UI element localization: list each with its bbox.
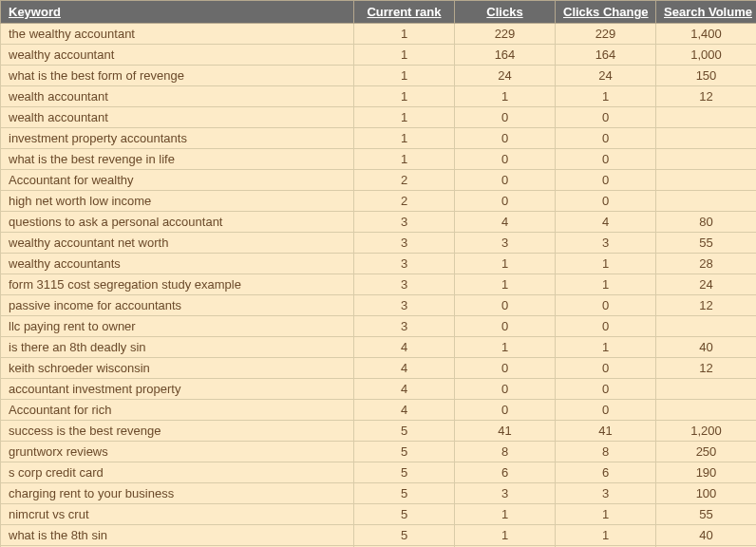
keyword-table: Keyword Current rank Clicks Clicks Chang…	[0, 0, 756, 547]
clicks-cell: 0	[455, 107, 556, 128]
change-cell: 1	[556, 525, 656, 546]
volume-cell	[656, 191, 757, 212]
volume-cell: 1,200	[656, 421, 757, 442]
change-cell: 0	[556, 400, 656, 421]
clicks-cell: 0	[455, 358, 556, 379]
table-row: questions to ask a personal accountant34…	[1, 212, 757, 233]
keyword-cell: passive income for accountants	[1, 295, 354, 316]
change-cell: 0	[556, 191, 656, 212]
volume-cell: 190	[656, 462, 757, 483]
keyword-cell: wealthy accountants	[1, 254, 354, 274]
clicks-cell: 0	[455, 128, 556, 149]
keyword-cell: wealthy accountant net worth	[1, 233, 354, 254]
keyword-cell: questions to ask a personal accountant	[1, 212, 354, 233]
keyword-cell: is there an 8th deadly sin	[1, 337, 354, 358]
rank-cell: 4	[354, 337, 455, 358]
rank-cell: 4	[354, 379, 455, 400]
rank-cell: 3	[354, 254, 455, 274]
clicks-cell: 41	[455, 421, 556, 442]
table-row: investment property accountants100	[1, 128, 757, 149]
volume-cell: 55	[656, 233, 757, 254]
clicks-cell: 8	[455, 442, 556, 462]
change-cell: 0	[556, 149, 656, 170]
keyword-cell: Accountant for wealthy	[1, 170, 354, 191]
table-row: s corp credit card566190	[1, 462, 757, 483]
table-row: keith schroeder wisconsin40012	[1, 358, 757, 379]
header-rank[interactable]: Current rank	[354, 1, 455, 24]
rank-cell: 5	[354, 525, 455, 546]
volume-cell	[656, 170, 757, 191]
table-row: success is the best revenge541411,200	[1, 421, 757, 442]
clicks-cell: 0	[455, 379, 556, 400]
rank-cell: 2	[354, 191, 455, 212]
rank-cell: 4	[354, 358, 455, 379]
clicks-cell: 6	[455, 462, 556, 483]
change-cell: 164	[556, 45, 656, 66]
clicks-cell: 0	[455, 316, 556, 337]
clicks-cell: 0	[455, 191, 556, 212]
rank-cell: 2	[354, 170, 455, 191]
rank-cell: 3	[354, 233, 455, 254]
table-row: what is the 8th sin51140	[1, 525, 757, 546]
clicks-cell: 3	[455, 483, 556, 504]
table-row: gruntworx reviews588250	[1, 442, 757, 462]
volume-cell: 12	[656, 358, 757, 379]
change-cell: 0	[556, 379, 656, 400]
header-row: Keyword Current rank Clicks Clicks Chang…	[1, 1, 757, 24]
rank-cell: 1	[354, 128, 455, 149]
change-cell: 0	[556, 358, 656, 379]
table-row: llc paying rent to owner300	[1, 316, 757, 337]
volume-cell	[656, 149, 757, 170]
table-row: form 3115 cost segregation study example…	[1, 274, 757, 295]
volume-cell	[656, 128, 757, 149]
change-cell: 24	[556, 66, 656, 86]
change-cell: 0	[556, 295, 656, 316]
volume-cell: 80	[656, 212, 757, 233]
rank-cell: 5	[354, 421, 455, 442]
change-cell: 0	[556, 316, 656, 337]
keyword-cell: investment property accountants	[1, 128, 354, 149]
rank-cell: 1	[354, 24, 455, 45]
rank-cell: 1	[354, 66, 455, 86]
rank-cell: 4	[354, 400, 455, 421]
change-cell: 0	[556, 170, 656, 191]
clicks-cell: 0	[455, 400, 556, 421]
keyword-cell: high net worth low income	[1, 191, 354, 212]
keyword-cell: llc paying rent to owner	[1, 316, 354, 337]
table-row: Accountant for wealthy200	[1, 170, 757, 191]
change-cell: 3	[556, 233, 656, 254]
clicks-cell: 24	[455, 66, 556, 86]
clicks-cell: 1	[455, 337, 556, 358]
keyword-cell: the wealthy accountant	[1, 24, 354, 45]
header-change[interactable]: Clicks Change	[556, 1, 656, 24]
header-volume[interactable]: Search Volume	[656, 1, 757, 24]
table-row: Accountant for rich400	[1, 400, 757, 421]
keyword-cell: gruntworx reviews	[1, 442, 354, 462]
change-cell: 1	[556, 337, 656, 358]
clicks-cell: 1	[455, 254, 556, 274]
keyword-cell: what is the best form of revenge	[1, 66, 354, 86]
header-clicks[interactable]: Clicks	[455, 1, 556, 24]
keyword-cell: s corp credit card	[1, 462, 354, 483]
header-keyword[interactable]: Keyword	[1, 1, 354, 24]
table-row: wealth accountant100	[1, 107, 757, 128]
rank-cell: 1	[354, 107, 455, 128]
rank-cell: 5	[354, 483, 455, 504]
rank-cell: 3	[354, 274, 455, 295]
table-row: is there an 8th deadly sin41140	[1, 337, 757, 358]
table-row: what is the best form of revenge12424150	[1, 66, 757, 86]
volume-cell: 55	[656, 504, 757, 525]
clicks-cell: 1	[455, 504, 556, 525]
change-cell: 41	[556, 421, 656, 442]
change-cell: 1	[556, 254, 656, 274]
rank-cell: 5	[354, 462, 455, 483]
clicks-cell: 0	[455, 170, 556, 191]
change-cell: 3	[556, 483, 656, 504]
clicks-cell: 1	[455, 86, 556, 107]
volume-cell	[656, 400, 757, 421]
table-row: accountant investment property400	[1, 379, 757, 400]
table-row: nimcrut vs crut51155	[1, 504, 757, 525]
rank-cell: 3	[354, 295, 455, 316]
volume-cell: 250	[656, 442, 757, 462]
table-row: passive income for accountants30012	[1, 295, 757, 316]
